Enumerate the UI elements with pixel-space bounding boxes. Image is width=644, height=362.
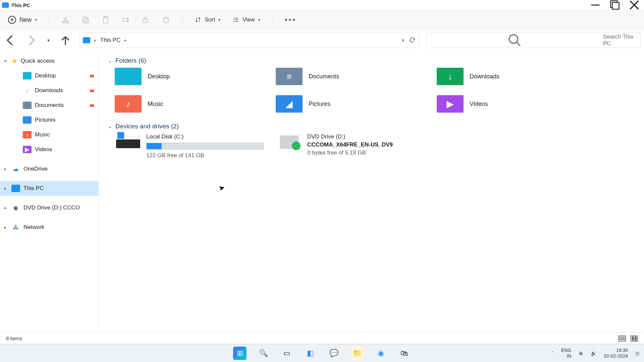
- main-pane[interactable]: ⌄ Folders (6) Desktop ≡ Documents ↓ Down…: [99, 51, 644, 333]
- sidebar-item-music[interactable]: ♪ Music: [0, 127, 98, 142]
- sidebar-item-dvd[interactable]: ▸ ◉ DVD Drive (D:) CCCO: [0, 200, 98, 215]
- sidebar-item-quick-access[interactable]: ▾ ★ Quick access: [0, 54, 98, 68]
- taskbar: ⊞ 🔍 ▭ ◧ 💬 📁 ◉ 🛍 ˄ ENGIN 🖥 🔊 16:3002-02-2…: [0, 344, 644, 362]
- address-bar[interactable]: ▸ This PC ▸ ▾: [79, 33, 419, 48]
- drive-free-text: 0 bytes free of 5.18 GB: [307, 149, 393, 156]
- tiles-view-toggle[interactable]: [631, 336, 638, 342]
- tray-network-icon[interactable]: 🖥: [579, 351, 583, 356]
- sidebar-label: Pictures: [35, 117, 55, 123]
- breadcrumb-this-pc[interactable]: This PC: [100, 37, 120, 44]
- pictures-icon: ◢: [276, 95, 303, 113]
- rename-icon[interactable]: [122, 16, 130, 24]
- group-title: Folders (6): [115, 57, 146, 64]
- minimize-button[interactable]: [586, 0, 605, 10]
- taskbar-edge[interactable]: ◉: [374, 347, 387, 360]
- svg-rect-1: [612, 3, 619, 9]
- disk-icon: [115, 133, 142, 151]
- group-title: Devices and drives (2): [115, 123, 179, 130]
- sidebar-item-documents[interactable]: Documents 📌: [0, 98, 98, 113]
- pin-icon: 📌: [88, 72, 95, 79]
- sort-button[interactable]: Sort ▾: [195, 16, 220, 23]
- sidebar-item-pictures[interactable]: Pictures: [0, 113, 98, 127]
- folder-item-pictures[interactable]: ◢ Pictures: [276, 95, 437, 113]
- folder-label: Videos: [470, 101, 488, 108]
- downloads-icon: ↓: [437, 68, 464, 85]
- new-button[interactable]: New ▾: [8, 16, 37, 24]
- pictures-icon: [23, 116, 32, 124]
- titlebar: This PC: [0, 0, 644, 10]
- cut-icon[interactable]: [61, 16, 69, 24]
- videos-icon: ▶: [23, 146, 32, 153]
- this-pc-icon: [2, 2, 9, 8]
- address-row: ▾ ▸ This PC ▸ ▾ Search This PC: [0, 29, 644, 51]
- sidebar-item-downloads[interactable]: ↓ Downloads 📌: [0, 83, 98, 98]
- address-dropdown[interactable]: ▾: [402, 38, 404, 43]
- sidebar-label: Music: [35, 131, 50, 138]
- dvd-icon: ◉: [11, 204, 20, 212]
- back-button[interactable]: [3, 33, 17, 47]
- drive-name: DVD Drive (D:): [307, 133, 393, 140]
- forward-button[interactable]: [24, 33, 38, 47]
- drive-item-d[interactable]: DVD Drive (D:) CCCOMA_X64FRE_EN-US_DV9 0…: [276, 133, 437, 159]
- tray-clock[interactable]: 16:3002-02-2024: [604, 348, 628, 358]
- search-icon: [431, 33, 598, 48]
- desktop-icon: [23, 72, 32, 79]
- downloads-icon: ↓: [23, 87, 32, 94]
- taskbar-explorer[interactable]: 📁: [351, 347, 364, 360]
- sidebar-item-videos[interactable]: ▶ Videos: [0, 142, 98, 157]
- taskbar-search[interactable]: 🔍: [257, 347, 270, 360]
- chevron-right-icon: ▸: [3, 205, 8, 210]
- details-view-toggle[interactable]: [619, 336, 626, 342]
- group-header-drives[interactable]: ⌄ Devices and drives (2): [108, 123, 635, 130]
- search-input[interactable]: Search This PC: [426, 33, 641, 48]
- folder-label: Documents: [309, 73, 339, 80]
- sidebar-label: Downloads: [35, 87, 63, 94]
- recent-dropdown[interactable]: ▾: [45, 33, 52, 47]
- folder-label: Pictures: [309, 101, 330, 108]
- tray-language[interactable]: ENGIN: [561, 348, 571, 358]
- sidebar-item-network[interactable]: ▸ 🖧 Network: [0, 220, 98, 235]
- chevron-down-icon: ▾: [218, 17, 220, 22]
- drive-item-c[interactable]: Local Disk (C:) 122 GB free of 141 GB: [115, 133, 276, 159]
- folder-label: Desktop: [148, 73, 170, 80]
- sidebar-item-desktop[interactable]: Desktop 📌: [0, 68, 98, 83]
- sidebar-label: Videos: [35, 146, 52, 153]
- taskbar-store[interactable]: 🛍: [397, 347, 411, 360]
- folder-label: Downloads: [470, 73, 499, 80]
- start-button[interactable]: ⊞: [233, 347, 247, 360]
- this-pc-icon: [83, 37, 90, 43]
- folder-item-documents[interactable]: ≡ Documents: [276, 68, 437, 85]
- copy-icon[interactable]: [82, 16, 90, 24]
- group-header-folders[interactable]: ⌄ Folders (6): [108, 57, 635, 64]
- sidebar-item-onedrive[interactable]: ▸ ☁ OneDrive: [0, 162, 98, 176]
- folder-item-desktop[interactable]: Desktop: [115, 68, 276, 85]
- sidebar-item-this-pc[interactable]: ▸ This PC: [0, 181, 98, 196]
- close-button[interactable]: [625, 0, 644, 10]
- folder-item-music[interactable]: ♪ Music: [115, 95, 276, 113]
- chevron-down-icon: ▾: [258, 17, 260, 22]
- toolbar: New ▾ Sort ▾ View ▾ •••: [0, 10, 644, 29]
- folder-item-downloads[interactable]: ↓ Downloads: [437, 68, 598, 85]
- more-button[interactable]: •••: [285, 15, 297, 24]
- taskbar-widgets[interactable]: ◧: [304, 347, 317, 360]
- sidebar-label: Network: [23, 224, 44, 231]
- svg-rect-8: [123, 18, 127, 21]
- search-placeholder: Search This PC: [603, 34, 636, 47]
- taskbar-taskview[interactable]: ▭: [280, 347, 293, 360]
- music-icon: ♪: [23, 131, 32, 138]
- taskbar-chat[interactable]: 💬: [327, 347, 340, 360]
- view-button[interactable]: View ▾: [232, 16, 260, 23]
- tray-volume-icon[interactable]: 🔊: [591, 351, 596, 356]
- this-pc-icon: [11, 185, 20, 192]
- tray-notifications[interactable]: ◷: [635, 351, 639, 356]
- paste-icon[interactable]: [102, 16, 110, 24]
- maximize-button[interactable]: [605, 0, 625, 10]
- up-button[interactable]: [58, 33, 72, 47]
- tray-overflow[interactable]: ˄: [551, 351, 554, 356]
- breadcrumb-sep[interactable]: ▸: [124, 38, 126, 43]
- folder-item-videos[interactable]: ▶ Videos: [437, 95, 598, 113]
- separator: [272, 15, 273, 24]
- delete-icon[interactable]: [162, 16, 170, 24]
- refresh-button[interactable]: [409, 37, 416, 44]
- share-icon[interactable]: [142, 16, 150, 24]
